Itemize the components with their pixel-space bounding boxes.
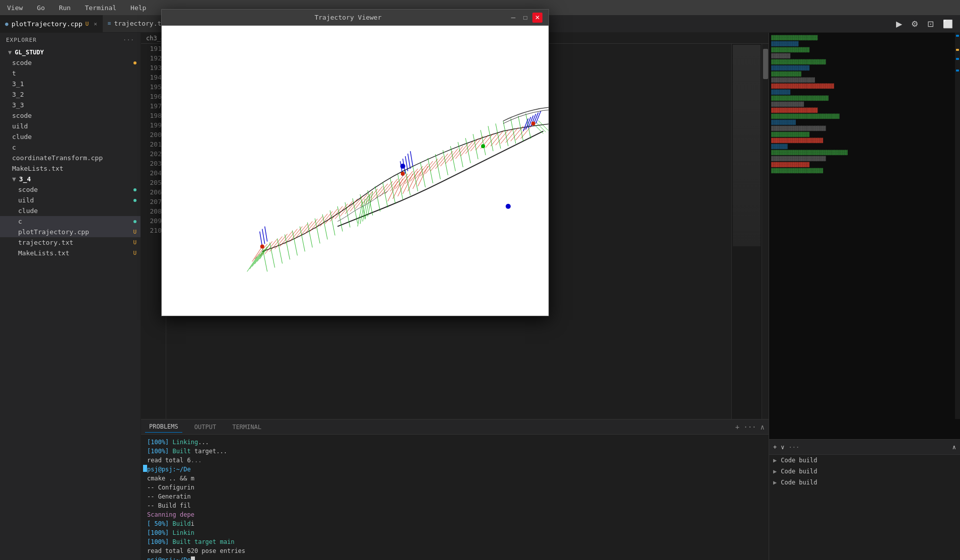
toolbar-right: ▶ ⚙ ⊡ ⬜ <box>893 17 960 31</box>
settings-button[interactable]: ⚙ <box>908 17 921 31</box>
dot-c-active <box>133 220 136 223</box>
start-point <box>260 244 264 248</box>
sidebar-item-3-3[interactable]: 3_3 <box>0 100 141 110</box>
sidebar-item-scode-1[interactable]: scode <box>0 57 141 68</box>
code-build-item-3[interactable]: ▶ Code build <box>769 477 960 488</box>
sidebar-label-trajectory-txt: trajectory.txt <box>18 239 74 246</box>
end-point-1 <box>531 121 535 125</box>
sidebar-item-3-4[interactable]: ▼ 3_4 <box>0 174 141 184</box>
panel-tab-terminal[interactable]: TERMINAL <box>228 422 265 433</box>
sidebar-item-t[interactable]: t <box>0 68 141 79</box>
panel-dropdown-icon[interactable]: ∨ <box>781 444 784 451</box>
tab-icon-txt: ≡ <box>108 20 111 27</box>
code-build-item-1[interactable]: ▶ Code build <box>769 455 960 466</box>
sidebar-label-uild-2: uild <box>18 196 34 204</box>
sidebar-item-gl-study[interactable]: ▼ GL_STUDY <box>0 47 141 57</box>
svg-line-102 <box>250 254 260 269</box>
sidebar-label-coordinate: coordinateTransform.cpp <box>12 154 103 162</box>
main-layout: EXPLORER ··· ▼ GL_STUDY scode t 3_1 3_2 … <box>0 33 960 560</box>
svg-line-66 <box>292 231 297 256</box>
panel-content[interactable]: [100%] Linking... [100%] Built target...… <box>141 435 769 560</box>
terminal-line-2: [100%] Built target... <box>147 447 763 456</box>
panel-collapse-icon[interactable]: ∧ <box>761 423 765 431</box>
right-panel-bottom: + ∨ ··· ∧ ▶ Code build ▶ Code build ▶ Co… <box>769 439 960 560</box>
terminal-generating: -- Generatin <box>147 492 763 501</box>
sidebar-item-uild[interactable]: uild <box>0 121 141 131</box>
panel-more-right[interactable]: ··· <box>788 444 799 451</box>
blue-point-2 <box>506 204 511 209</box>
code-build-icon-3: ▶ <box>773 479 777 486</box>
split-button[interactable]: ⬜ <box>940 17 956 31</box>
svg-line-65 <box>285 235 290 260</box>
menu-run[interactable]: Run <box>56 3 74 13</box>
sidebar-item-scode-2[interactable]: scode <box>0 110 141 121</box>
sidebar-item-trajectory-txt[interactable]: trajectory.txt U <box>0 237 141 248</box>
sidebar-item-3-1[interactable]: 3_1 <box>0 79 141 89</box>
terminal-configuring: -- Configurin <box>147 483 763 492</box>
terminal-scanning: Scanning depe <box>147 510 763 519</box>
sidebar-label-3-2: 3_2 <box>12 91 24 98</box>
mid-point <box>401 172 405 176</box>
sidebar-label-3-3: 3_3 <box>12 101 24 109</box>
menu-go[interactable]: Go <box>34 3 48 13</box>
minimap <box>731 44 762 419</box>
tab-label-plot: plotTrajectory.cpp <box>12 20 83 28</box>
dot-uild-2 <box>133 199 136 202</box>
panel-tab-problems[interactable]: PROBLEMS <box>145 421 182 433</box>
sidebar-item-makelists-1[interactable]: MakeLists.txt <box>0 163 141 174</box>
panel-collapse-right[interactable]: ∧ <box>952 444 956 451</box>
svg-line-64 <box>278 239 283 264</box>
terminal-read-poses: read total 620 pose entries <box>147 546 763 555</box>
panel-add-icon-right[interactable]: + <box>773 444 777 451</box>
sidebar-item-makelists-2[interactable]: MakeLists.txt U <box>0 248 141 258</box>
sidebar-item-3-2[interactable]: 3_2 <box>0 89 141 100</box>
terminal-prompt-1: psj@psj:~/De <box>147 465 763 474</box>
sidebar-label-scode-2: scode <box>12 112 32 119</box>
terminal-line-1: [100%] Linking... <box>147 438 763 447</box>
sidebar-item-plot-trajectory[interactable]: plotTrajectory.cpp U <box>0 227 141 237</box>
menu-help[interactable]: Help <box>127 3 149 13</box>
menu-view[interactable]: View <box>4 3 26 13</box>
menu-terminal[interactable]: Terminal <box>82 3 119 13</box>
tab-close-plot[interactable]: ✕ <box>94 21 97 27</box>
sidebar-item-uild-2[interactable]: uild <box>0 195 141 205</box>
sidebar-item-coordinate[interactable]: coordinateTransform.cpp <box>0 153 141 163</box>
right-panel-code-output: ▓▓▓▓▓▓▓▓▓▓▓▓▓▓▓▓▓ ▓▓▓▓▓▓▓▓▓▓ ▓▓▓▓▓▓▓▓▓▓▓… <box>769 33 960 439</box>
layout-button[interactable]: ⊡ <box>924 17 937 31</box>
tab-modified-plot: U <box>86 21 89 27</box>
right-scrollbar <box>955 33 960 419</box>
sidebar-label-3-1: 3_1 <box>12 80 24 88</box>
sidebar-more[interactable]: ··· <box>123 37 134 43</box>
panel-more-icon[interactable]: ··· <box>743 423 756 431</box>
sidebar-item-clude-2[interactable]: clude <box>0 205 141 216</box>
trajectory-viewer-dialog[interactable]: Trajectory Viewer ─ □ ✕ <box>161 33 549 316</box>
sidebar-modified-plot: U <box>133 229 136 235</box>
code-build-label-1: Code build <box>781 457 817 464</box>
svg-line-115 <box>408 154 410 169</box>
sidebar-item-c-active[interactable]: c <box>0 216 141 227</box>
sidebar-label-makelists-1: MakeLists.txt <box>12 165 63 172</box>
dot-scode-3 <box>133 188 136 191</box>
right-panel: ▓▓▓▓▓▓▓▓▓▓▓▓▓▓▓▓▓ ▓▓▓▓▓▓▓▓▓▓ ▓▓▓▓▓▓▓▓▓▓▓… <box>769 33 960 560</box>
svg-line-124 <box>262 229 265 244</box>
tab-plot-trajectory[interactable]: ● plotTrajectory.cpp U ✕ <box>0 15 103 33</box>
panel-add-icon[interactable]: + <box>735 423 739 431</box>
sidebar-header: EXPLORER ··· <box>0 33 141 47</box>
tab-icon-cpp: ● <box>5 21 9 27</box>
scrollbar-thumb[interactable] <box>763 49 768 79</box>
editor-scrollbar[interactable] <box>762 44 769 419</box>
code-build-label-3: Code build <box>781 479 817 486</box>
terminal-prompt-2: psj@psj:~/De <box>147 555 763 560</box>
code-build-item-2[interactable]: ▶ Code build <box>769 466 960 477</box>
sidebar-item-clude[interactable]: clude <box>0 131 141 142</box>
sidebar-label-clude: clude <box>12 133 32 141</box>
panel-tab-output[interactable]: OUTPUT <box>190 422 220 433</box>
dot-modified-scode-1 <box>133 61 136 64</box>
sidebar-label-scode-1: scode <box>12 59 32 66</box>
run-button[interactable]: ▶ <box>893 17 905 31</box>
sidebar-label-clude-2: clude <box>18 207 38 215</box>
svg-line-71 <box>330 211 335 236</box>
sidebar-item-c[interactable]: c <box>0 142 141 153</box>
sidebar-modified-cmake-2: U <box>133 250 136 256</box>
sidebar-item-scode-3[interactable]: scode <box>0 184 141 195</box>
